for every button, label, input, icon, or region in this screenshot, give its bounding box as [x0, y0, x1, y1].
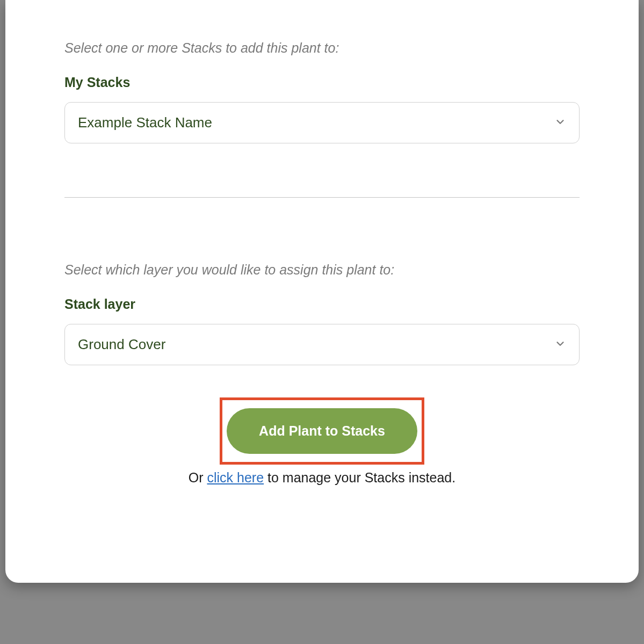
add-plant-button[interactable]: Add Plant to Stacks — [227, 408, 417, 454]
stack-layer-label: Stack layer — [64, 296, 580, 312]
stack-layer-value: Ground Cover — [78, 336, 165, 353]
my-stacks-label: My Stacks — [64, 75, 580, 90]
chevron-down-icon — [554, 338, 566, 352]
secondary-prefix: Or — [189, 470, 207, 485]
layer-instruction: Select which layer you would like to ass… — [64, 262, 580, 278]
section-divider — [64, 197, 580, 198]
add-plant-modal: Select one or more Stacks to add this pl… — [5, 0, 639, 583]
manage-stacks-link[interactable]: click here — [207, 470, 264, 485]
my-stacks-value: Example Stack Name — [78, 114, 212, 131]
action-area: Add Plant to Stacks Or click here to man… — [64, 397, 580, 486]
stack-layer-dropdown[interactable]: Ground Cover — [64, 324, 580, 365]
highlight-box: Add Plant to Stacks — [220, 397, 424, 465]
chevron-down-icon — [554, 116, 566, 130]
secondary-suffix: to manage your Stacks instead. — [264, 470, 455, 485]
manage-stacks-text: Or click here to manage your Stacks inst… — [64, 470, 580, 486]
stacks-instruction: Select one or more Stacks to add this pl… — [64, 40, 580, 56]
my-stacks-dropdown[interactable]: Example Stack Name — [64, 102, 580, 143]
